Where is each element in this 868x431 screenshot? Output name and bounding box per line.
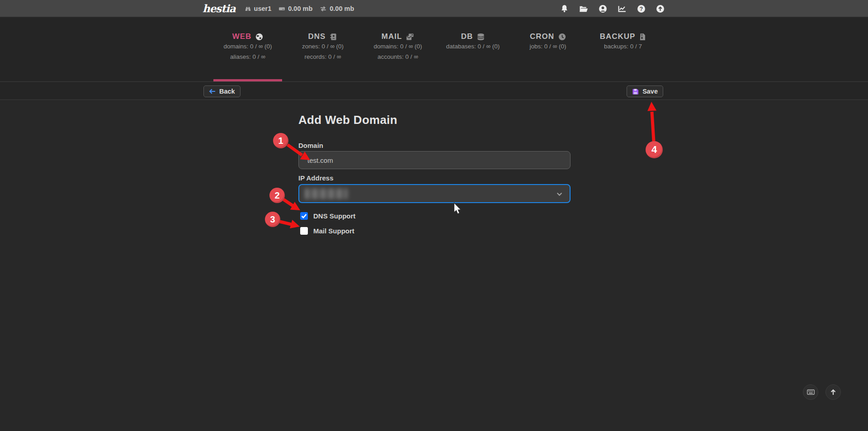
action-toolbar: Back Save [0,82,868,100]
annotation-number: 3 [270,214,275,225]
domain-input[interactable] [298,151,571,169]
page-title: Add Web Domain [298,113,397,127]
address-book-icon [330,33,337,41]
annotation-number: 4 [651,144,657,156]
question-circle-icon: ? [637,5,646,13]
folder-open-icon [579,5,588,13]
tab-cron[interactable]: CRON jobs: 0 / ∞ (0) [514,18,582,81]
user-account-button[interactable] [599,5,607,13]
line-chart-icon [618,5,627,13]
impersonated-user[interactable]: user1 [245,5,272,12]
tab-dns[interactable]: DNS zones: 0 / ∞ (0) records: 0 / ∞ [288,18,357,81]
bandwidth-arrows-icon [320,6,327,12]
topbar-icon-buttons: ? [560,5,665,13]
tab-web-stat: aliases: 0 / ∞ [213,52,282,62]
tab-backup[interactable]: BACKUP backups: 0 / 7 [589,18,657,81]
user-circle-icon [599,5,607,13]
tab-mail[interactable]: MAIL domains: 0 / ∞ (0) accounts: 0 / ∞ [363,18,432,81]
domain-field-label: Domain [298,142,323,149]
mail-support-checkbox[interactable] [300,227,308,235]
tab-mail-stat: accounts: 0 / ∞ [363,52,432,62]
tab-web-stat: domains: 0 / ∞ (0) [213,41,282,52]
main-content: Add Web Domain Domain IP Address DNS Sup… [0,100,868,431]
bandwidth-stat: 0.00 mb [320,5,354,12]
keyboard-shortcuts-button[interactable] [803,384,818,400]
arrow-left-icon [209,89,216,94]
statistics-button[interactable] [618,5,627,13]
tab-cron-label: CRON [530,32,554,41]
hard-drive-icon [278,5,285,12]
floppy-save-icon [632,88,639,95]
annotation-badge-3: 3 [265,212,280,227]
keyboard-icon [807,389,815,395]
annotation-badge-4: 4 [646,141,663,158]
annotation-number: 2 [274,190,279,201]
file-manager-button[interactable] [579,5,588,13]
save-button[interactable]: Save [627,85,663,97]
main-navigation: WEB domains: 0 / ∞ (0) aliases: 0 / ∞ [0,18,868,82]
mail-icon [406,33,414,41]
username-label: user1 [254,5,272,12]
tab-dns-stat: zones: 0 / ∞ (0) [288,41,357,52]
logout-button[interactable] [656,5,665,13]
arrow-up-icon [830,388,837,396]
annotation-badge-2: 2 [269,188,285,203]
notifications-button[interactable] [560,5,569,13]
arrow-up-circle-icon [656,5,665,13]
tab-mail-label: MAIL [382,32,402,41]
dns-support-checkbox[interactable] [300,212,308,220]
tab-web[interactable]: WEB domains: 0 / ∞ (0) aliases: 0 / ∞ [213,18,282,81]
mail-support-label[interactable]: Mail Support [313,227,354,235]
back-button[interactable]: Back [203,85,241,97]
disk-usage-value: 0.00 mb [288,5,312,12]
tab-mail-stat: domains: 0 / ∞ (0) [363,41,432,52]
chevron-down-icon [557,192,562,196]
back-button-label: Back [219,88,235,95]
tab-web-label: WEB [232,32,252,41]
tab-db[interactable]: DB databases: 0 / ∞ (0) [439,18,507,81]
binoculars-icon [245,5,251,12]
save-button-label: Save [642,88,658,95]
ip-address-select[interactable] [298,184,571,203]
scroll-to-top-button[interactable] [826,384,841,400]
disk-usage-stat: 0.00 mb [278,5,312,12]
checkmark-icon [300,212,308,220]
topbar-user-stats: user1 0.00 mb 0.00 mb [245,5,354,12]
bandwidth-value: 0.00 mb [330,5,354,12]
nav-tabs: WEB domains: 0 / ∞ (0) aliases: 0 / ∞ [213,18,657,81]
clock-icon [558,33,566,41]
tab-cron-stat: jobs: 0 / ∞ (0) [514,41,582,52]
dns-support-row: DNS Support [300,212,355,220]
ip-address-field-label: IP Address [298,174,334,182]
annotation-badge-1: 1 [273,133,288,148]
ip-value-redacted [305,189,348,199]
tab-backup-label: BACKUP [600,32,636,41]
svg-text:?: ? [640,5,643,12]
tab-db-stat: databases: 0 / ∞ (0) [439,41,507,52]
annotation-number: 1 [278,136,283,146]
hestia-logo[interactable]: hestia [203,0,236,17]
file-archive-icon [639,33,646,41]
hestia-control-panel: hestia user1 0.00 mb [0,0,868,431]
mail-support-row: Mail Support [300,227,354,235]
bell-icon [560,5,569,13]
globe-icon [255,33,263,41]
help-button[interactable]: ? [637,5,646,13]
tab-db-label: DB [461,32,473,41]
tab-dns-stat: records: 0 / ∞ [288,52,357,62]
dns-support-label[interactable]: DNS Support [313,212,355,220]
tab-backup-stat: backups: 0 / 7 [589,41,657,52]
tab-dns-label: DNS [308,32,326,41]
topbar: hestia user1 0.00 mb [0,0,868,17]
database-icon [477,33,485,41]
